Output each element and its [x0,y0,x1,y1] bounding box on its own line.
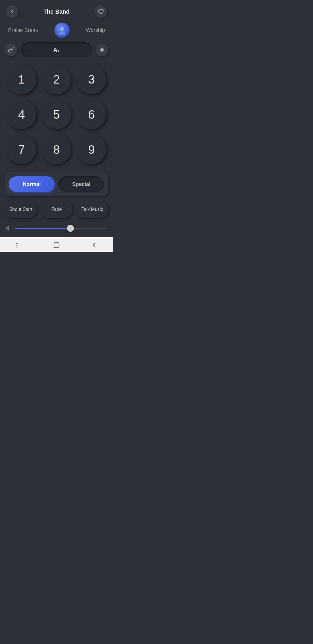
volume-slider[interactable] [15,228,107,229]
key-icon-button[interactable] [5,44,17,56]
num-button-9[interactable]: 9 [77,135,106,164]
tab-row: Praise Break Worship [0,21,113,42]
dot-icon [100,48,104,52]
num-button-7[interactable]: 7 [7,135,36,164]
key-display: A♭ [53,47,60,53]
num-button-2[interactable]: 2 [42,65,71,94]
nav-home-button[interactable] [53,241,60,249]
bottom-nav [0,237,113,252]
favorite-button[interactable] [94,5,107,18]
num-button-5[interactable]: 5 [42,100,71,129]
mode-special-button[interactable]: Special [58,176,104,192]
svg-point-1 [59,31,65,35]
header: The Band [0,0,113,21]
tab-praise-break[interactable]: Praise Break [8,27,38,33]
avatar[interactable] [54,23,70,38]
num-button-3[interactable]: 3 [77,65,106,94]
mode-normal-button[interactable]: Normal [9,176,55,192]
tab-worship[interactable]: Worship [86,27,105,33]
action-row: Shout Start Fade Talk Music [0,201,113,223]
num-button-4[interactable]: 4 [7,100,36,129]
key-next-button[interactable]: → [79,46,87,54]
svg-rect-7 [54,243,59,247]
dot-button[interactable] [96,44,108,56]
nav-menu-button[interactable] [15,241,23,249]
num-button-1[interactable]: 1 [7,65,36,94]
shout-start-button[interactable]: Shout Start [5,201,37,218]
back-button[interactable] [6,5,19,18]
key-selector[interactable]: ← A♭ → [21,42,92,57]
mode-buttons: Normal Special [9,176,104,192]
volume-row [0,223,113,236]
volume-thumb[interactable] [67,225,74,232]
volume-fill [15,228,70,229]
mode-container: Normal Special [5,172,108,196]
numpad: 1 2 3 4 5 6 7 8 9 [0,63,113,172]
talk-music-button[interactable]: Talk Music [76,201,108,218]
nav-back-button[interactable] [90,241,98,249]
svg-marker-3 [6,227,9,230]
num-button-8[interactable]: 8 [42,135,71,164]
num-button-6[interactable]: 6 [77,100,106,129]
controls-row: ← A♭ → [0,42,113,63]
volume-icon [6,225,12,231]
page-title: The Band [43,8,70,15]
svg-point-0 [60,27,64,31]
key-prev-button[interactable]: ← [26,46,34,54]
fade-button[interactable]: Fade [40,201,72,218]
